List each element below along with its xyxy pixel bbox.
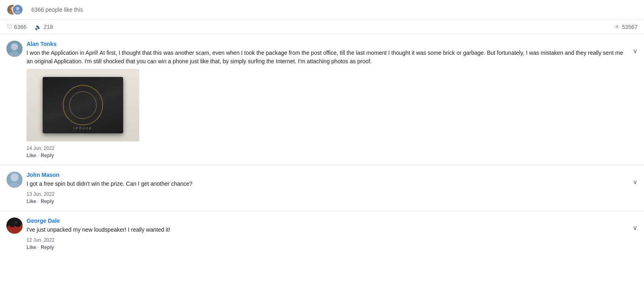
like-button-alan[interactable]: Like (27, 153, 36, 158)
views-count: 53567 (622, 24, 638, 30)
comment-actions-george: Like · Reply (27, 245, 629, 250)
expand-button-george[interactable]: ∨ (633, 224, 638, 232)
comment-body-john: John Mason I got a free spin but didn't … (27, 172, 629, 204)
expand-button-john[interactable]: ∨ (633, 178, 638, 186)
like-button-john[interactable]: Like (27, 199, 36, 204)
stats-bar: ♡ 6366 🔈 218 👁 53567 (0, 19, 644, 34)
comment-image-iphone[interactable]: iPhone (27, 69, 139, 141)
commenter-name-john[interactable]: John Mason (27, 172, 629, 178)
iphone-label: iPhone (74, 126, 92, 130)
separator-john-1: · (38, 199, 39, 204)
separator-alan-1: · (38, 153, 39, 158)
likes-stat: ♡ 6366 (6, 23, 27, 31)
svg-point-12 (9, 221, 15, 227)
comment-actions-alan: Like · Reply (27, 153, 629, 158)
ring-inner (69, 91, 97, 119)
avatar-2 (12, 4, 23, 15)
svg-point-8 (10, 173, 19, 181)
comment-date-john: 13 Jun, 2022 (27, 191, 54, 197)
comment-actions-john: Like · Reply (27, 199, 629, 204)
views-stat: 👁 53567 (614, 24, 638, 30)
iphone-box: iPhone (43, 77, 123, 133)
reply-button-john[interactable]: Reply (41, 199, 54, 204)
shares-count: 218 (43, 24, 53, 30)
avatar-group (6, 4, 23, 15)
commenter-name-alan[interactable]: Alan Tonks (27, 41, 629, 47)
comment-meta-george: 12 Jun, 2022 (27, 237, 629, 243)
comment-body-alan: Alan Tonks I won the Application in Apri… (27, 41, 629, 158)
speaker-icon: 🔈 (35, 24, 41, 30)
svg-point-13 (15, 221, 17, 224)
heart-icon: ♡ (6, 23, 12, 31)
comment-alan-tonks: Alan Tonks I won the Application in Apri… (0, 34, 644, 165)
svg-point-5 (11, 43, 18, 50)
eye-icon: 👁 (614, 24, 620, 30)
shares-stat: 🔈 218 (35, 24, 53, 30)
comment-meta-john: 13 Jun, 2022 (27, 191, 629, 197)
svg-point-2 (16, 7, 19, 10)
comment-date-alan: 14 Jun, 2022 (27, 145, 54, 151)
avatar-george-dale (6, 218, 23, 234)
avatar-alan-tonks (6, 41, 23, 57)
comments-section: Alan Tonks I won the Application in Apri… (0, 34, 644, 257)
svg-point-3 (15, 10, 21, 14)
comment-body-george: George Dale I've just unpacked my new lo… (27, 218, 629, 250)
commenter-name-george[interactable]: George Dale (27, 218, 629, 224)
ring-outer (63, 85, 103, 125)
comment-george-dale: George Dale I've just unpacked my new lo… (0, 211, 644, 257)
comment-john-mason: John Mason I got a free spin but didn't … (0, 165, 644, 211)
top-likes-bar: 6366 people like this (0, 0, 644, 19)
top-likes-text: 6366 people like this (31, 6, 83, 13)
reply-button-alan[interactable]: Reply (41, 153, 54, 158)
comment-text-alan: I won the Application in April! At first… (27, 49, 629, 66)
like-button-george[interactable]: Like (27, 245, 36, 250)
expand-button-alan[interactable]: ∨ (633, 47, 638, 55)
avatar-john-mason (6, 172, 23, 188)
reply-button-george[interactable]: Reply (41, 245, 54, 250)
comment-text-john: I got a free spin but didn't win the pri… (27, 180, 629, 188)
comment-date-george: 12 Jun, 2022 (27, 237, 54, 243)
separator-george-1: · (38, 245, 39, 250)
likes-count: 6366 (14, 24, 27, 30)
comment-meta-alan: 14 Jun, 2022 (27, 145, 629, 151)
comment-text-george: I've just unpacked my new loudspeaker! I… (27, 226, 629, 234)
